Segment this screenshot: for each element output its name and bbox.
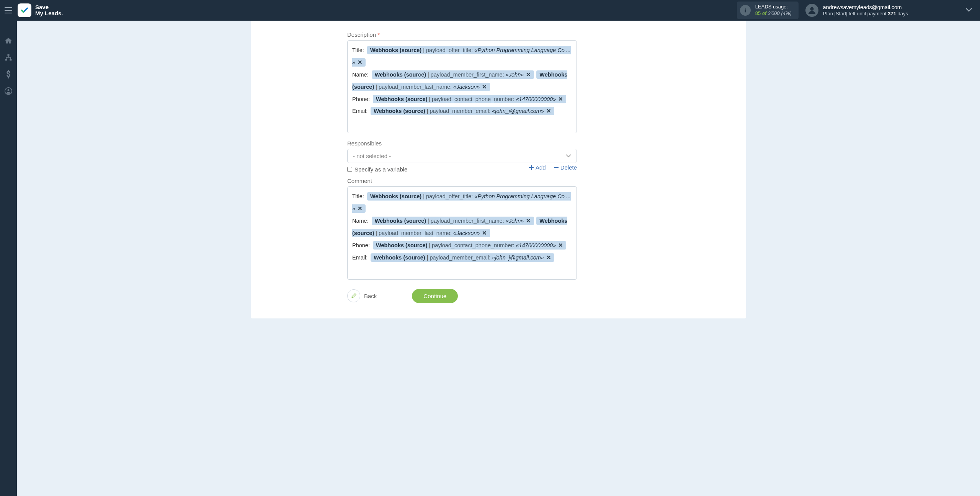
comment-label: Comment xyxy=(347,178,577,184)
user-icon xyxy=(808,6,816,15)
remove-token[interactable]: ✕ xyxy=(482,84,487,90)
svg-rect-4 xyxy=(5,59,7,60)
user-info: andrewsavemyleads@gmail.com Plan |Start|… xyxy=(823,4,908,16)
row-label: Title: xyxy=(352,193,366,199)
logo[interactable]: Save My Leads. xyxy=(18,3,63,17)
responsibles-select[interactable]: - not selected - xyxy=(347,149,577,163)
hamburger-icon xyxy=(5,7,12,13)
back-button[interactable]: Back xyxy=(347,289,377,302)
continue-button[interactable]: Continue xyxy=(412,289,458,303)
form-panel: Description * Title: Webhooks (source) |… xyxy=(251,21,746,318)
usage-box[interactable]: LEADS usage: 85 of 2'000 (4%) xyxy=(737,2,799,19)
user-section[interactable]: andrewsavemyleads@gmail.com Plan |Start|… xyxy=(805,4,908,17)
usage-text: LEADS usage: 85 of 2'000 (4%) xyxy=(755,4,792,17)
remove-token[interactable]: ✕ xyxy=(558,242,563,248)
remove-token[interactable]: ✕ xyxy=(358,206,363,212)
sitemap-icon xyxy=(5,54,12,61)
comment-field[interactable]: Title: Webhooks (source) | payload_offer… xyxy=(347,186,577,279)
delete-button[interactable]: Delete xyxy=(554,164,577,171)
remove-token[interactable]: ✕ xyxy=(546,255,551,261)
token-email[interactable]: Webhooks (source) | payload_member_email… xyxy=(371,253,554,262)
row-label: Email: xyxy=(352,108,369,114)
check-icon xyxy=(20,6,29,15)
info-icon xyxy=(740,5,751,16)
remove-token[interactable]: ✕ xyxy=(526,72,531,78)
chevron-down-icon xyxy=(965,8,972,12)
row-label: Email: xyxy=(352,255,369,261)
sidebar-item-account[interactable] xyxy=(0,83,17,100)
row-label: Phone: xyxy=(352,242,371,248)
chevron-down-icon xyxy=(566,154,571,158)
avatar xyxy=(805,4,818,17)
svg-point-7 xyxy=(8,89,10,91)
token-title[interactable]: Webhooks (source) | payload_offer_title:… xyxy=(352,192,571,213)
description-label: Description * xyxy=(347,31,577,38)
sidebar xyxy=(0,21,17,318)
svg-rect-3 xyxy=(8,54,10,56)
minus-icon xyxy=(554,165,559,170)
user-circle-icon xyxy=(5,87,12,95)
menu-button[interactable] xyxy=(0,0,17,21)
token-phone[interactable]: Webhooks (source) | payload_contact_phon… xyxy=(373,95,566,103)
responsibles-label: Responsibles xyxy=(347,140,577,147)
plus-icon xyxy=(529,165,534,170)
row-label: Name: xyxy=(352,72,370,78)
token-firstname[interactable]: Webhooks (source) | payload_member_first… xyxy=(372,217,534,225)
logo-mark xyxy=(18,3,31,17)
specify-variable-checkbox[interactable] xyxy=(347,167,352,172)
description-field[interactable]: Title: Webhooks (source) | payload_offer… xyxy=(347,40,577,133)
user-menu-toggle[interactable] xyxy=(965,7,972,13)
svg-point-0 xyxy=(745,8,746,10)
pencil-icon xyxy=(351,293,357,299)
token-title[interactable]: Webhooks (source) | payload_offer_title:… xyxy=(352,46,571,67)
app-header: Save My Leads. LEADS usage: 85 of 2'000 … xyxy=(0,0,980,21)
specify-variable-label: Specify as a variable xyxy=(354,166,407,173)
row-label: Title: xyxy=(352,47,366,53)
sidebar-item-billing[interactable] xyxy=(0,66,17,83)
logo-text: Save My Leads. xyxy=(35,4,63,17)
row-label: Name: xyxy=(352,218,370,224)
token-firstname[interactable]: Webhooks (source) | payload_member_first… xyxy=(372,70,534,79)
svg-rect-1 xyxy=(745,10,746,12)
token-phone[interactable]: Webhooks (source) | payload_contact_phon… xyxy=(373,241,566,250)
sidebar-item-home[interactable] xyxy=(0,32,17,49)
sidebar-item-connections[interactable] xyxy=(0,49,17,66)
token-email[interactable]: Webhooks (source) | payload_member_email… xyxy=(371,107,554,115)
dollar-icon xyxy=(6,70,11,78)
row-label: Phone: xyxy=(352,96,371,102)
main-content: Description * Title: Webhooks (source) |… xyxy=(17,21,980,318)
remove-token[interactable]: ✕ xyxy=(526,218,531,224)
remove-token[interactable]: ✕ xyxy=(358,59,363,65)
svg-point-2 xyxy=(810,7,813,11)
add-button[interactable]: Add xyxy=(529,164,546,171)
remove-token[interactable]: ✕ xyxy=(546,108,551,114)
remove-token[interactable]: ✕ xyxy=(558,96,563,102)
svg-rect-5 xyxy=(10,59,11,60)
home-icon xyxy=(5,37,12,44)
remove-token[interactable]: ✕ xyxy=(482,230,487,236)
